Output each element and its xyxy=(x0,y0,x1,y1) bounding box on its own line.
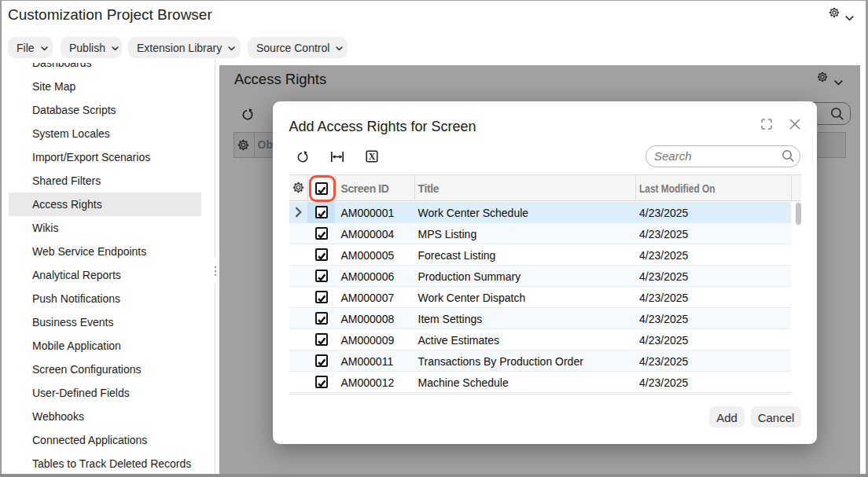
svg-text:X: X xyxy=(369,151,376,162)
